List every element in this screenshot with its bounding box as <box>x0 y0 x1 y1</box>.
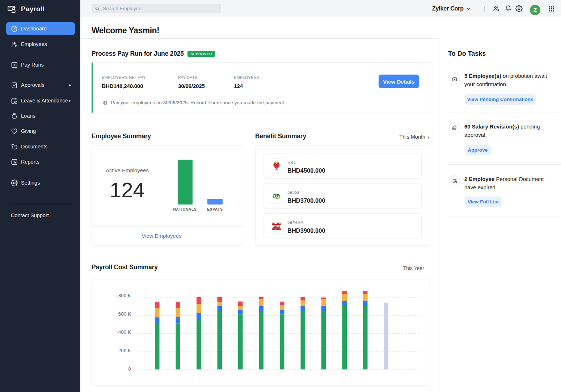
svg-text:400 K: 400 K <box>118 329 131 335</box>
svg-text:200 K: 200 K <box>118 348 131 353</box>
svg-text:0: 0 <box>128 366 131 372</box>
svg-text:600 K: 600 K <box>118 311 131 317</box>
svg-text:800 K: 800 K <box>118 293 131 298</box>
